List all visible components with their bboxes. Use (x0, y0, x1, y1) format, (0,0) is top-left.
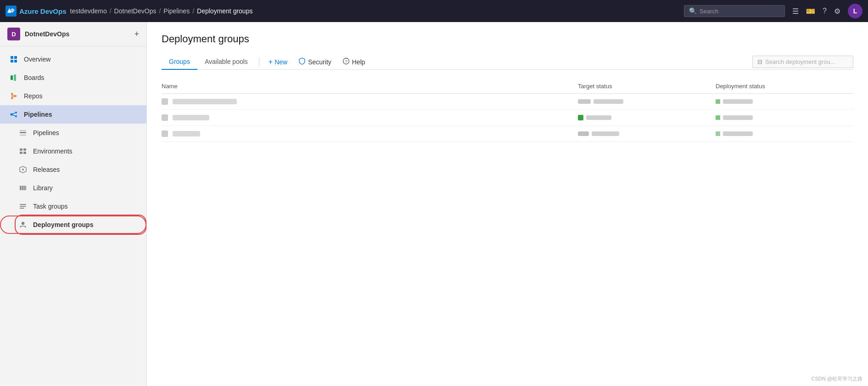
sidebar-item-deployment-groups-label: Deployment groups (33, 221, 93, 228)
topbar-icons: ☰ 🎫 ? ⚙ L (792, 4, 862, 18)
svg-point-9 (11, 97, 13, 99)
sidebar-item-pipelines-section-label: Pipelines (24, 111, 52, 118)
svg-rect-33 (20, 208, 24, 209)
shield-icon (298, 57, 306, 66)
row-2-target-status (578, 115, 716, 120)
svg-rect-2 (14, 56, 17, 59)
svg-rect-29 (23, 186, 25, 190)
releases-icon (18, 165, 28, 174)
sidebar-item-environments[interactable]: Environments (0, 142, 146, 160)
filter-icon[interactable]: ☰ (792, 7, 799, 16)
row-3-status-dot (578, 131, 589, 136)
sidebar-item-pipelines-label: Pipelines (33, 129, 59, 136)
sidebar-item-task-groups[interactable]: Task groups (0, 197, 146, 216)
row-3-name (162, 131, 578, 137)
tabs-bar: Groups Available pools + New Security (162, 54, 853, 70)
svg-point-36 (25, 226, 26, 227)
help-button[interactable]: ? Help (337, 55, 371, 69)
sidebar-item-repos[interactable]: Repos (0, 87, 146, 105)
global-search-box[interactable]: 🔍 (684, 5, 785, 17)
svg-rect-1 (11, 56, 13, 59)
row-3-status-text (592, 131, 619, 136)
sidebar-item-pipelines-section[interactable]: Pipelines (0, 105, 146, 124)
boards-icon (9, 73, 18, 82)
breadcrumb-area[interactable]: Pipelines (163, 7, 190, 15)
sep3: / (192, 7, 194, 15)
svg-rect-24 (20, 152, 22, 154)
svg-text:?: ? (345, 59, 347, 64)
row-1-name-text (173, 99, 237, 104)
search-input[interactable] (700, 8, 780, 15)
row-1-name (162, 98, 578, 105)
sidebar-item-environments-label: Environments (33, 148, 73, 155)
content-area: Deployment groups Groups Available pools… (147, 22, 868, 386)
svg-point-34 (22, 222, 24, 225)
row-1-deploy-text (723, 99, 753, 104)
sidebar-item-repos-label: Repos (24, 92, 42, 100)
repos-icon (9, 91, 18, 101)
svg-rect-30 (25, 186, 26, 190)
breadcrumb-current: Deployment groups (197, 7, 252, 15)
svg-rect-32 (20, 206, 26, 207)
sidebar-item-deployment-groups[interactable]: Deployment groups (0, 216, 146, 234)
svg-rect-23 (23, 148, 26, 151)
breadcrumb-project[interactable]: DotnetDevOps (114, 7, 157, 15)
overview-icon (9, 55, 18, 64)
main-layout: D DotnetDevOps + Overview (0, 22, 868, 386)
sidebar-item-releases[interactable]: Releases (0, 160, 146, 179)
add-project-button[interactable]: + (134, 30, 139, 38)
task-groups-icon (18, 202, 28, 211)
svg-point-8 (11, 93, 13, 95)
topbar: Azure DevOps testdevdemo / DotnetDevOps … (0, 0, 868, 22)
sep1: / (110, 7, 112, 15)
row-2-deploy-dot (716, 115, 720, 120)
svg-line-17 (12, 113, 15, 114)
breadcrumb-org[interactable]: testdevdemo (70, 7, 107, 15)
sidebar-item-task-groups-label: Task groups (33, 203, 67, 210)
breadcrumb: testdevdemo / DotnetDevOps / Pipelines /… (70, 7, 681, 15)
library-icon (18, 183, 28, 193)
table-row[interactable] (162, 94, 853, 110)
help-icon[interactable]: ? (823, 7, 827, 15)
deployment-search-box[interactable]: ⊟ (752, 56, 853, 68)
tab-available-pools[interactable]: Available pools (197, 54, 255, 70)
sidebar-item-library[interactable]: Library (0, 179, 146, 197)
svg-rect-31 (20, 204, 26, 205)
sidebar: D DotnetDevOps + Overview (0, 22, 147, 386)
brand-label: Azure DevOps (19, 7, 67, 15)
deployment-search-input[interactable] (765, 58, 848, 65)
svg-rect-27 (20, 186, 21, 190)
row-2-status-dot (578, 115, 583, 120)
col-deployment-status: Deployment status (716, 83, 853, 90)
row-1-target-status (578, 99, 716, 104)
org-avatar: D (7, 28, 20, 40)
watermark: CSDN @松哥学习之路 (812, 375, 862, 382)
new-button[interactable]: + New (263, 55, 293, 69)
table-row[interactable] (162, 110, 853, 126)
row-1-deploy-dot (716, 99, 720, 104)
settings-icon[interactable]: ⚙ (834, 7, 840, 16)
sidebar-item-boards[interactable]: Boards (0, 68, 146, 87)
topbar-logo[interactable]: Azure DevOps (6, 6, 67, 17)
svg-rect-6 (14, 74, 16, 81)
svg-point-16 (15, 115, 17, 117)
search-filter-icon: ⊟ (757, 58, 762, 65)
svg-line-18 (12, 115, 15, 116)
svg-point-26 (22, 169, 24, 170)
sidebar-item-overview-label: Overview (24, 56, 50, 63)
sidebar-item-overview[interactable]: Overview (0, 50, 146, 68)
sidebar-item-pipelines[interactable]: Pipelines (0, 124, 146, 142)
new-label: New (274, 58, 287, 66)
table-row[interactable] (162, 126, 853, 142)
sep2: / (159, 7, 161, 15)
svg-rect-22 (20, 148, 22, 151)
environments-icon (18, 147, 28, 156)
tab-groups[interactable]: Groups (162, 54, 197, 70)
user-avatar[interactable]: L (848, 4, 862, 18)
tab-divider (259, 57, 259, 67)
sidebar-item-library-label: Library (33, 184, 53, 192)
security-button[interactable]: Security (293, 55, 337, 69)
row-1-icon (162, 98, 168, 105)
badge-icon[interactable]: 🎫 (806, 7, 815, 16)
row-1-status-dot (578, 99, 591, 104)
